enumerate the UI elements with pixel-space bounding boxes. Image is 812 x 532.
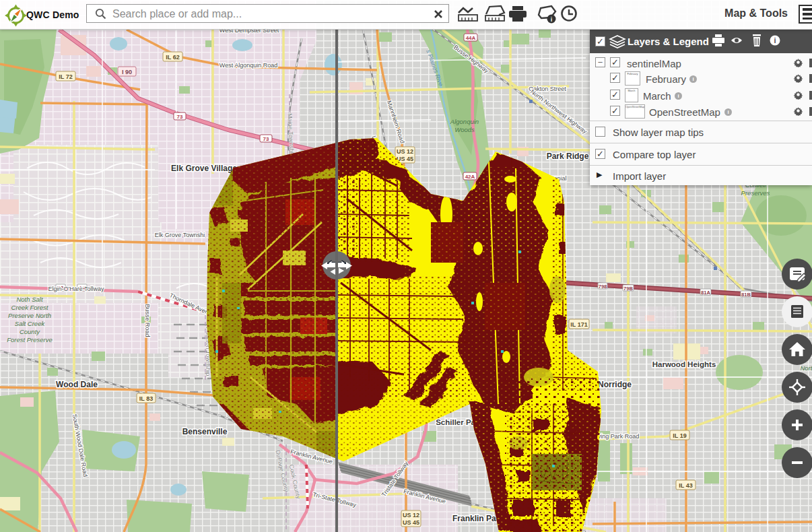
- svg-text:rving Park Road: rving Park Road: [596, 433, 640, 440]
- svg-text:44A: 44A: [466, 35, 476, 41]
- svg-text:IL 72: IL 72: [59, 73, 72, 80]
- svg-text:Harwood Heights: Harwood Heights: [652, 360, 716, 368]
- svg-text:Park Ridge: Park Ridge: [547, 152, 589, 161]
- svg-text:IL 171: IL 171: [570, 321, 587, 328]
- svg-text:Elk Grove Townshi: Elk Grove Townshi: [155, 232, 205, 238]
- svg-text:81B: 81B: [741, 292, 751, 298]
- svg-text:Creek Forest: Creek Forest: [11, 304, 48, 311]
- svg-text:IL 62: IL 62: [166, 54, 179, 61]
- svg-text:73: 73: [177, 114, 183, 120]
- svg-text:Busse Road: Busse Road: [144, 304, 151, 337]
- svg-text:Forest Preserve: Forest Preserve: [7, 336, 53, 343]
- svg-text:West Algonquin Road: West Algonquin Road: [219, 62, 277, 69]
- svg-text:Preserve North: Preserve North: [8, 312, 51, 319]
- svg-text:Salt Creek: Salt Creek: [15, 320, 46, 327]
- svg-text:Algonquin: Algonquin: [450, 118, 479, 125]
- svg-text:US 12: US 12: [397, 148, 413, 155]
- svg-text:81A: 81A: [701, 290, 710, 296]
- svg-text:i: i: [551, 16, 553, 23]
- svg-text:79B: 79B: [623, 286, 633, 292]
- svg-text:Noth Salt: Noth Salt: [16, 296, 42, 303]
- svg-text:IL 19: IL 19: [673, 432, 686, 439]
- svg-text:73: 73: [263, 136, 269, 142]
- svg-text:County: County: [20, 328, 40, 335]
- svg-text:IL 83: IL 83: [139, 395, 153, 402]
- svg-text:North: North: [800, 364, 812, 372]
- svg-text:Woods: Woods: [454, 126, 475, 133]
- svg-text:US 45: US 45: [403, 519, 419, 526]
- svg-text:Bensenville: Bensenville: [182, 427, 228, 436]
- svg-text:Preserves: Preserves: [741, 189, 770, 197]
- svg-text:798: 798: [599, 284, 607, 290]
- svg-text:Elgin-O'Hare Tollway: Elgin-O'Hare Tollway: [48, 286, 104, 292]
- svg-text:42A: 42A: [465, 174, 475, 180]
- svg-text:Norridge: Norridge: [598, 380, 632, 389]
- svg-text:US 12: US 12: [403, 512, 419, 519]
- svg-text:I 90: I 90: [122, 69, 132, 75]
- svg-text:i: i: [774, 36, 776, 44]
- svg-text:Wood Dale: Wood Dale: [56, 380, 98, 389]
- svg-text:IL 43: IL 43: [679, 482, 692, 489]
- svg-text:Elk Grove Village: Elk Grove Village: [171, 164, 237, 173]
